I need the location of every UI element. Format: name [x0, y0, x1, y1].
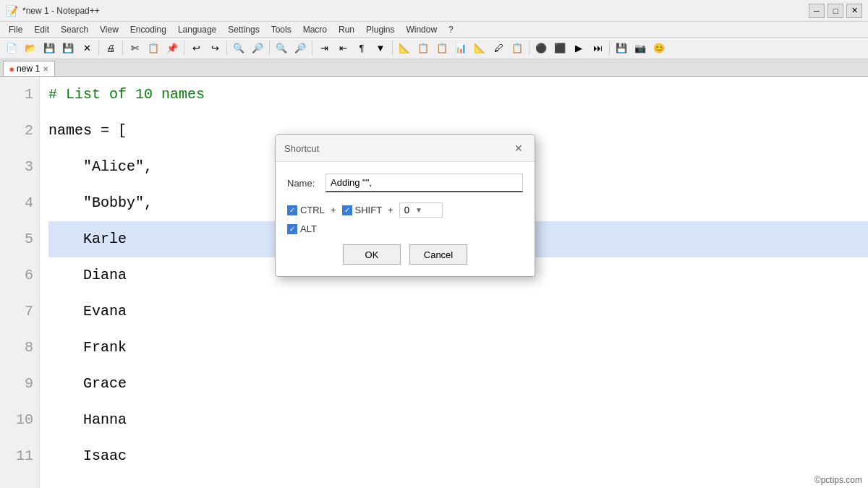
shortcut-dialog: Shortcut ✕ Name: ✓ CTRL	[275, 134, 535, 277]
tb-snap[interactable]: 📷	[631, 40, 649, 57]
tb-replace[interactable]: 🔎	[249, 40, 266, 57]
tb-redo[interactable]: ↪	[206, 40, 224, 57]
menu-file[interactable]: File	[3, 23, 28, 36]
alt-check-icon: ✓	[289, 225, 295, 233]
menu-tools[interactable]: Tools	[265, 23, 297, 36]
cancel-button[interactable]: Cancel	[409, 244, 467, 265]
name-row: Name:	[287, 174, 523, 192]
menu-language[interactable]: Language	[172, 23, 222, 36]
tb-zoom-out[interactable]: 🔎	[292, 40, 309, 57]
tb-undo[interactable]: ↩	[187, 40, 205, 57]
menu-encoding[interactable]: Encoding	[124, 23, 172, 36]
key-value: 0	[404, 205, 409, 215]
menu-view[interactable]: View	[94, 23, 124, 36]
tb-align[interactable]: 📐	[396, 40, 413, 57]
editor-area: 1 2 3 4 5 6 7 8 9 10 11 # List of 10 nam…	[0, 77, 868, 488]
tb-macro2[interactable]: ⬛	[551, 40, 569, 57]
toolbar: 📄 📂 💾 💾 ✕ 🖨 ✄ 📋 📌 ↩ ↪ 🔍 🔎 🔍 🔎 ⇥ ⇤ ¶ ▼ 📐 …	[0, 38, 868, 59]
shift-checkbox-label[interactable]: ✓ SHIFT	[342, 205, 383, 215]
toolbar-sep-1	[98, 41, 99, 56]
menu-macro[interactable]: Macro	[297, 23, 333, 36]
tab-icon: ■	[9, 65, 14, 73]
tb-outdent[interactable]: ⇤	[334, 40, 352, 57]
tb-doc2[interactable]: 📊	[452, 40, 469, 57]
menu-search[interactable]: Search	[55, 23, 94, 36]
toolbar-sep-7	[392, 41, 393, 56]
shift-check-icon: ✓	[344, 206, 350, 214]
tb-extra[interactable]: 💾	[613, 40, 630, 57]
alt-checkbox-label[interactable]: ✓ ALT	[287, 223, 317, 234]
app-icon: 📝	[6, 5, 18, 17]
dropdown-arrow-icon: ▼	[415, 206, 422, 214]
tab-close-button[interactable]: ✕	[43, 65, 48, 73]
dialog-close-button[interactable]: ✕	[511, 141, 526, 155]
tb-new[interactable]: 📄	[3, 40, 20, 57]
tb-format[interactable]: ▼	[372, 40, 389, 57]
tab-bar: ■ new 1 ✕	[0, 59, 868, 77]
name-label: Name:	[287, 178, 320, 189]
menu-plugins[interactable]: Plugins	[360, 23, 400, 36]
toolbar-sep-8	[529, 41, 529, 56]
toolbar-sep-6	[312, 41, 312, 56]
toolbar-sep-5	[269, 41, 270, 56]
toolbar-sep-4	[226, 41, 227, 56]
tb-cut[interactable]: ✄	[126, 40, 143, 57]
menu-settings[interactable]: Settings	[222, 23, 265, 36]
tb-find[interactable]: 🔍	[230, 40, 247, 57]
tb-print[interactable]: 🖨	[102, 40, 119, 57]
modifier-ctrl-row: ✓ CTRL + ✓ SHIFT + 0 ▼	[287, 202, 523, 218]
tb-save[interactable]: 💾	[41, 40, 58, 57]
maximize-button[interactable]: □	[827, 4, 843, 18]
tb-run[interactable]: ▶	[570, 40, 587, 57]
tb-wrap[interactable]: ¶	[353, 40, 370, 57]
ctrl-checkbox[interactable]: ✓	[287, 205, 297, 215]
tb-open[interactable]: 📂	[22, 40, 39, 57]
ctrl-checkbox-label[interactable]: ✓ CTRL	[287, 205, 325, 215]
shift-label: SHIFT	[355, 205, 383, 215]
tb-close[interactable]: ✕	[78, 40, 95, 57]
menu-bar: File Edit Search View Encoding Language …	[0, 22, 868, 38]
toolbar-sep-2	[122, 41, 123, 56]
tb-indent[interactable]: ⇥	[315, 40, 333, 57]
window-controls: ─ □ ✕	[809, 4, 862, 18]
tb-zoom-in[interactable]: 🔍	[273, 40, 290, 57]
minimize-button[interactable]: ─	[809, 4, 825, 18]
menu-edit[interactable]: Edit	[28, 23, 55, 36]
dialog-body: Name: ✓ CTRL + ✓	[276, 162, 535, 276]
dialog-title: Shortcut	[284, 143, 319, 154]
toolbar-sep-9	[609, 41, 610, 56]
name-input[interactable]	[326, 174, 523, 192]
menu-help[interactable]: ?	[443, 23, 459, 36]
tb-doc1[interactable]: 📋	[433, 40, 451, 57]
dialog-title-bar: Shortcut ✕	[276, 135, 535, 162]
key-dropdown[interactable]: 0 ▼	[399, 202, 443, 218]
tb-save-all[interactable]: 💾	[59, 40, 77, 57]
tb-doc4[interactable]: 🖊	[490, 40, 507, 57]
tb-doc5[interactable]: 📋	[509, 40, 526, 57]
ctrl-check-icon: ✓	[289, 206, 295, 214]
window-title: *new 1 - Notepad++	[22, 6, 804, 16]
dialog-overlay: Shortcut ✕ Name: ✓ CTRL	[0, 77, 868, 488]
shift-checkbox[interactable]: ✓	[342, 205, 352, 215]
tb-paste[interactable]: 📌	[163, 40, 181, 57]
toolbar-sep-3	[184, 41, 184, 56]
close-button[interactable]: ✕	[846, 4, 862, 18]
tb-copy[interactable]: 📋	[145, 40, 162, 57]
tab-label: new 1	[17, 64, 40, 74]
menu-window[interactable]: Window	[400, 23, 443, 36]
tb-algo[interactable]: 📋	[414, 40, 432, 57]
plus-1: +	[331, 205, 336, 215]
tb-macro1[interactable]: ⚫	[532, 40, 550, 57]
tb-doc3[interactable]: 📐	[471, 40, 488, 57]
tab-new1[interactable]: ■ new 1 ✕	[3, 61, 55, 76]
alt-row: ✓ ALT	[287, 223, 523, 234]
alt-label: ALT	[300, 223, 317, 234]
tb-emoji[interactable]: 😊	[650, 40, 668, 57]
plus-2: +	[388, 205, 393, 215]
alt-checkbox[interactable]: ✓	[287, 224, 297, 234]
title-bar: 📝 *new 1 - Notepad++ ─ □ ✕	[0, 0, 868, 22]
button-row: OK Cancel	[287, 244, 523, 265]
menu-run[interactable]: Run	[333, 23, 360, 36]
ok-button[interactable]: OK	[343, 244, 401, 265]
tb-run2[interactable]: ⏭	[589, 40, 606, 57]
